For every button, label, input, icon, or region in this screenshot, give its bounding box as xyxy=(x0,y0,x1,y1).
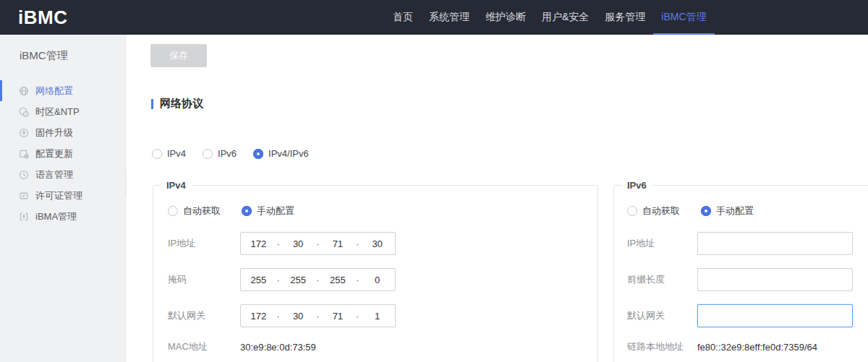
ipv4-mac-label: MAC地址 xyxy=(168,340,240,353)
mask-octet-2[interactable]: 255 xyxy=(281,275,316,285)
ibmc-logo: iBMC xyxy=(0,7,67,29)
gw-octet-1[interactable]: 172 xyxy=(241,311,276,322)
mask-octet-4[interactable]: 0 xyxy=(359,275,395,285)
ipv6-gateway-row: 默认网关 xyxy=(627,304,868,327)
ipv4-mask-label: 掩码 xyxy=(168,273,240,286)
radio-label: 手动配置 xyxy=(716,204,754,217)
radio-circle xyxy=(701,206,711,216)
ipv6-legend: IPv6 xyxy=(621,180,652,191)
firmware-upgrade-icon xyxy=(19,128,29,138)
ipv4-mask-row: 掩码 255· 255· 255· 0 xyxy=(168,268,597,291)
license-icon xyxy=(19,191,29,201)
ipv6-link-local-row: 链路本地地址 fe80::32e9:8eff:fe0d:7359/64 xyxy=(627,338,868,355)
ipv6-radio-auto[interactable]: 自动获取 xyxy=(627,204,680,217)
radio-label: 自动获取 xyxy=(642,204,680,217)
sidebar-item-network-config[interactable]: 网络配置 xyxy=(0,80,125,101)
sidebar-item-label: iBMA管理 xyxy=(35,210,77,223)
radio-label: 手动配置 xyxy=(257,204,294,217)
sidebar-item-label: 网络配置 xyxy=(35,85,73,98)
radio-ipv6[interactable]: IPv6 xyxy=(203,148,237,159)
main-content: 保存 网络协议 IPv4 IPv6 IPv4/IPv6 IPv4 xyxy=(127,35,868,362)
radio-circle xyxy=(253,149,263,159)
section-title-network-protocol: 网络协议 xyxy=(151,97,203,111)
mask-octet-1[interactable]: 255 xyxy=(241,275,276,285)
nav-home[interactable]: 首页 xyxy=(385,0,421,35)
network-icon xyxy=(19,86,29,96)
ipv6-mode-radio-group: 自动获取 手动配置 xyxy=(627,204,868,217)
ipv4-radio-auto[interactable]: 自动获取 xyxy=(168,204,221,217)
ipv4-ip-input[interactable]: 172· 30· 71· 30 xyxy=(240,232,396,255)
section-title-text: 网络协议 xyxy=(160,97,203,111)
ip-octet-2[interactable]: 30 xyxy=(281,238,316,249)
nav-maintenance-diagnostics[interactable]: 维护诊断 xyxy=(477,0,534,35)
protocol-radio-group: IPv4 IPv6 IPv4/IPv6 xyxy=(152,148,326,159)
radio-circle xyxy=(242,206,252,216)
gw-octet-2[interactable]: 30 xyxy=(281,311,316,322)
ipv4-gateway-input[interactable]: 172· 30· 71· 1 xyxy=(240,304,396,327)
nav-service-management[interactable]: 服务管理 xyxy=(597,0,653,35)
sidebar-item-config-update[interactable]: 配置更新 xyxy=(0,143,125,164)
sidebar-item-label: 许可证管理 xyxy=(35,189,82,202)
ipv4-gateway-row: 默认网关 172· 30· 71· 1 xyxy=(168,304,597,327)
sidebar-title: iBMC管理 xyxy=(20,49,125,63)
ibma-icon xyxy=(19,212,29,222)
sidebar-item-label: 固件升级 xyxy=(35,126,73,139)
ipv4-ip-label: IP地址 xyxy=(168,237,240,250)
save-button[interactable]: 保存 xyxy=(150,44,207,67)
ipv6-prefix-input[interactable] xyxy=(697,268,853,291)
ipv4-radio-manual[interactable]: 手动配置 xyxy=(242,204,294,217)
ipv4-mac-value: 30:e9:8e:0d:73:59 xyxy=(240,342,316,353)
config-update-icon xyxy=(19,149,29,159)
ipv4-gateway-label: 默认网关 xyxy=(168,309,240,322)
sidebar-item-license-management[interactable]: 许可证管理 xyxy=(0,185,125,206)
sidebar-item-label: 语言管理 xyxy=(35,168,73,181)
sidebar-item-firmware-upgrade[interactable]: 固件升级 xyxy=(0,122,125,143)
sidebar-item-ibma-management[interactable]: iBMA管理 xyxy=(0,206,125,227)
radio-label: 自动获取 xyxy=(183,204,221,217)
protocol-fieldsets: IPv4 自动获取 手动配置 IP地址 172· 3 xyxy=(127,180,868,362)
sidebar-item-timezone-ntp[interactable]: 时区&NTP xyxy=(0,101,125,122)
nav-system-management[interactable]: 系统管理 xyxy=(421,0,477,35)
gw-octet-4[interactable]: 1 xyxy=(359,311,395,322)
ipv6-prefix-row: 前缀长度 xyxy=(627,268,868,291)
radio-circle xyxy=(627,206,637,216)
ipv6-gateway-input[interactable] xyxy=(697,304,853,327)
radio-label: IPv4/IPv6 xyxy=(268,148,309,159)
title-accent-bar xyxy=(151,99,153,109)
radio-circle xyxy=(168,206,178,216)
top-header: iBMC 首页 系统管理 维护诊断 用户&安全 服务管理 iBMC管理 xyxy=(0,0,868,35)
ipv6-ip-input[interactable] xyxy=(697,232,853,255)
ip-octet-3[interactable]: 71 xyxy=(320,238,356,249)
nav-user-security[interactable]: 用户&安全 xyxy=(534,0,597,35)
radio-circle xyxy=(152,149,162,159)
sidebar-item-label: 时区&NTP xyxy=(35,105,80,118)
ipv6-link-local-label: 链路本地地址 xyxy=(627,340,697,353)
ipv4-mac-row: MAC地址 30:e9:8e:0d:73:59 xyxy=(168,338,597,355)
ipv6-ip-row: IP地址 xyxy=(627,232,868,255)
gw-octet-3[interactable]: 71 xyxy=(320,311,356,322)
ipv6-ip-label: IP地址 xyxy=(627,237,697,250)
language-icon xyxy=(19,170,29,180)
ipv4-legend: IPv4 xyxy=(161,180,192,191)
radio-ipv4[interactable]: IPv4 xyxy=(152,148,186,159)
ip-octet-1[interactable]: 172 xyxy=(241,238,276,249)
ipv4-mode-radio-group: 自动获取 手动配置 xyxy=(168,204,597,217)
ipv6-fieldset: IPv6 自动获取 手动配置 IP地址 前 xyxy=(613,180,868,362)
timezone-ntp-icon xyxy=(19,107,29,117)
ipv6-radio-manual[interactable]: 手动配置 xyxy=(701,204,754,217)
ipv6-gateway-label: 默认网关 xyxy=(627,309,697,322)
top-navigation: 首页 系统管理 维护诊断 用户&安全 服务管理 iBMC管理 xyxy=(385,0,715,35)
radio-ipv4-ipv6[interactable]: IPv4/IPv6 xyxy=(253,148,309,159)
sidebar-item-label: 配置更新 xyxy=(35,147,73,160)
ipv6-prefix-label: 前缀长度 xyxy=(627,273,697,286)
ip-octet-4[interactable]: 30 xyxy=(359,238,395,249)
ipv4-mask-input[interactable]: 255· 255· 255· 0 xyxy=(240,268,396,291)
radio-label: IPv6 xyxy=(218,148,237,159)
radio-label: IPv4 xyxy=(167,148,186,159)
mask-octet-3[interactable]: 255 xyxy=(320,275,356,285)
sidebar-menu: 网络配置 时区&NTP 固件升级 配置更新 xyxy=(0,80,125,227)
nav-ibmc-management[interactable]: iBMC管理 xyxy=(653,0,714,35)
sidebar-item-language-management[interactable]: 语言管理 xyxy=(0,164,125,185)
ipv4-fieldset: IPv4 自动获取 手动配置 IP地址 172· 3 xyxy=(153,180,598,362)
ipv4-ip-row: IP地址 172· 30· 71· 30 xyxy=(168,232,597,255)
